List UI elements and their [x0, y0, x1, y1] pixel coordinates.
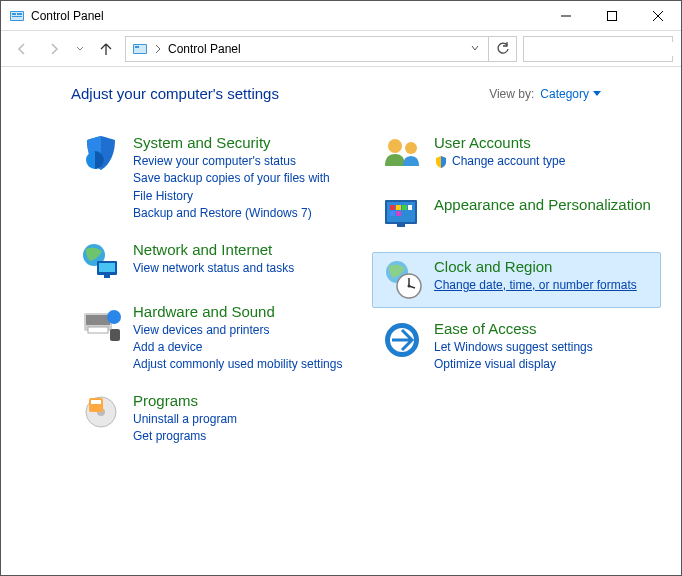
- sub-review-status[interactable]: Review your computer's status: [133, 153, 352, 170]
- search-box[interactable]: [523, 36, 673, 62]
- svg-rect-37: [396, 211, 401, 216]
- dropdown-arrow-icon: [593, 91, 601, 97]
- sub-label: Change account type: [452, 153, 565, 170]
- close-button[interactable]: [635, 1, 681, 31]
- svg-point-22: [107, 310, 121, 324]
- svg-rect-3: [17, 13, 22, 15]
- svg-rect-21: [88, 327, 108, 333]
- maximize-button[interactable]: [589, 1, 635, 31]
- svg-rect-36: [390, 211, 395, 216]
- forward-arrow-icon: [46, 41, 62, 57]
- chevron-down-icon: [76, 45, 84, 53]
- titlebar: Control Panel: [1, 1, 681, 31]
- svg-rect-32: [390, 205, 395, 210]
- hardware-sound-icon: [79, 303, 123, 347]
- chevron-down-icon: [470, 43, 480, 53]
- right-column: User Accounts Change account type Appear…: [372, 128, 661, 565]
- navigation-toolbar: Control Panel: [1, 31, 681, 67]
- category-title[interactable]: Clock and Region: [434, 258, 653, 275]
- svg-rect-2: [12, 13, 16, 15]
- content-header: Adjust your computer's settings View by:…: [71, 85, 661, 102]
- sub-uninstall[interactable]: Uninstall a program: [133, 411, 352, 428]
- refresh-button[interactable]: [489, 36, 517, 62]
- addressbar-dropdown[interactable]: [468, 42, 482, 56]
- category-title[interactable]: Programs: [133, 392, 352, 409]
- forward-button: [41, 36, 67, 62]
- svg-rect-38: [397, 224, 405, 227]
- minimize-icon: [561, 11, 571, 21]
- category-hardware-sound: Hardware and Sound View devices and prin…: [71, 297, 360, 380]
- viewby: View by: Category: [489, 87, 601, 101]
- category-title[interactable]: System and Security: [133, 134, 352, 151]
- category-title[interactable]: Appearance and Personalization: [434, 196, 653, 213]
- svg-rect-34: [402, 205, 407, 210]
- svg-rect-6: [608, 11, 617, 20]
- svg-point-29: [405, 142, 417, 154]
- category-clock-region: Clock and Region Change date, time, or n…: [372, 252, 661, 308]
- addressbar-text: Control Panel: [168, 42, 462, 56]
- ease-of-access-icon: [380, 320, 424, 364]
- network-internet-icon: [79, 241, 123, 285]
- minimize-button[interactable]: [543, 1, 589, 31]
- maximize-icon: [607, 11, 617, 21]
- svg-rect-4: [12, 16, 22, 17]
- back-button: [9, 36, 35, 62]
- window: Control Panel: [0, 0, 682, 576]
- close-icon: [653, 11, 663, 21]
- viewby-dropdown[interactable]: Category: [540, 87, 601, 101]
- svg-rect-33: [396, 205, 401, 210]
- category-title[interactable]: Hardware and Sound: [133, 303, 352, 320]
- category-network-internet: Network and Internet View network status…: [71, 235, 360, 291]
- svg-rect-27: [91, 400, 101, 404]
- sub-add-device[interactable]: Add a device: [133, 339, 352, 356]
- svg-rect-20: [86, 315, 110, 325]
- svg-rect-11: [135, 46, 139, 48]
- category-title[interactable]: Network and Internet: [133, 241, 352, 258]
- svg-rect-18: [104, 275, 110, 278]
- svg-point-43: [408, 285, 411, 288]
- shield-icon: [434, 155, 448, 169]
- system-security-icon: [79, 134, 123, 178]
- category-appearance: Appearance and Personalization: [372, 190, 661, 246]
- chevron-right-icon: [154, 44, 162, 54]
- sub-network-status[interactable]: View network status and tasks: [133, 260, 352, 277]
- sub-mobility-settings[interactable]: Adjust commonly used mobility settings: [133, 356, 352, 373]
- category-title[interactable]: Ease of Access: [434, 320, 653, 337]
- sub-devices-printers[interactable]: View devices and printers: [133, 322, 352, 339]
- sub-file-history[interactable]: Save backup copies of your files with Fi…: [133, 170, 352, 205]
- svg-rect-17: [99, 263, 115, 272]
- content-area: Adjust your computer's settings View by:…: [1, 67, 681, 575]
- sub-get-programs[interactable]: Get programs: [133, 428, 352, 445]
- left-column: System and Security Review your computer…: [71, 128, 360, 565]
- search-input[interactable]: [530, 42, 680, 56]
- clock-region-icon: [380, 258, 424, 302]
- sub-change-date-time[interactable]: Change date, time, or number formats: [434, 277, 653, 294]
- svg-rect-23: [110, 329, 120, 341]
- category-title[interactable]: User Accounts: [434, 134, 653, 151]
- viewby-label: View by:: [489, 87, 534, 101]
- sub-backup-restore[interactable]: Backup and Restore (Windows 7): [133, 205, 352, 222]
- window-controls: [543, 1, 681, 31]
- sub-suggest-settings[interactable]: Let Windows suggest settings: [434, 339, 653, 356]
- category-programs: Programs Uninstall a program Get program…: [71, 386, 360, 452]
- refresh-icon: [496, 42, 510, 56]
- page-title: Adjust your computer's settings: [71, 85, 489, 102]
- up-button[interactable]: [93, 36, 119, 62]
- appearance-icon: [380, 196, 424, 240]
- control-panel-icon: [9, 8, 25, 24]
- back-arrow-icon: [14, 41, 30, 57]
- categories-grid: System and Security Review your computer…: [71, 128, 661, 565]
- up-arrow-icon: [98, 41, 114, 57]
- sub-optimize-display[interactable]: Optimize visual display: [434, 356, 653, 373]
- viewby-value: Category: [540, 87, 589, 101]
- programs-icon: [79, 392, 123, 436]
- recent-dropdown[interactable]: [73, 36, 87, 62]
- sub-change-account-type[interactable]: Change account type: [434, 153, 653, 170]
- category-system-security: System and Security Review your computer…: [71, 128, 360, 229]
- control-panel-icon: [132, 41, 148, 57]
- category-user-accounts: User Accounts Change account type: [372, 128, 661, 184]
- svg-point-28: [388, 139, 402, 153]
- svg-rect-35: [408, 205, 412, 210]
- category-ease-of-access: Ease of Access Let Windows suggest setti…: [372, 314, 661, 380]
- addressbar[interactable]: Control Panel: [125, 36, 489, 62]
